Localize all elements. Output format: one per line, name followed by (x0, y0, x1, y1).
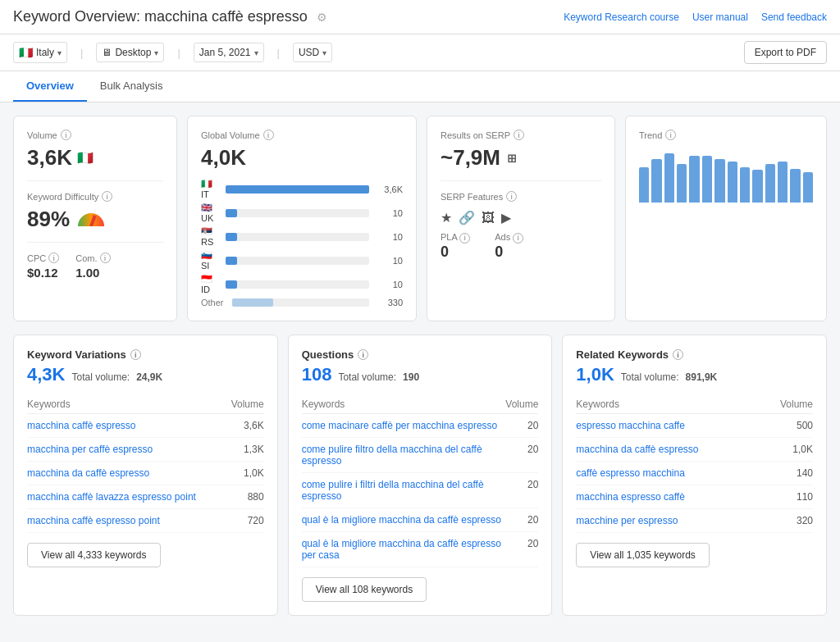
q-count: 108 (302, 364, 332, 385)
gauge-arc (78, 213, 104, 226)
serp-label: Results on SERP i (441, 130, 601, 140)
gv-bar (226, 257, 237, 265)
kv-header: 4,3K Total volume: 24,9K (27, 364, 264, 385)
table-row: qual è la migliore macchina da caffè esp… (302, 532, 539, 567)
trend-info-icon[interactable]: i (665, 130, 676, 140)
cpc-value: $0.12 (27, 266, 59, 280)
q-view-all-button[interactable]: View all 108 keywords (302, 577, 427, 602)
gv-val: 10 (374, 232, 403, 242)
keyword-variations-card: Keyword Variations i 4,3K Total volume: … (13, 335, 278, 616)
trend-bar (664, 153, 674, 203)
toolbar-left: 🇮🇹 Italy ▾ | 🖥 Desktop ▾ | Jan 5, 2021 ▾… (13, 42, 332, 63)
q-col-keywords: Keywords (302, 395, 506, 414)
volume-cell: 320 (763, 509, 813, 533)
cpc-info-icon[interactable]: i (48, 253, 59, 263)
export-button[interactable]: Export to PDF (744, 41, 827, 64)
gv-bar (226, 280, 237, 289)
keyword-link[interactable]: qual è la migliore macchina da caffè esp… (302, 538, 501, 561)
global-volume-card: Global Volume i 4,0K 🇮🇹 IT 3,6K 🇬🇧 UK 10… (187, 116, 417, 321)
volume-card: Volume i 3,6K 🇮🇹 Keyword Difficulty i 89… (13, 116, 177, 321)
cpc-label: CPC i (27, 253, 59, 263)
gv-flag: 🇸🇮 SI (201, 250, 221, 271)
keyword-link[interactable]: caffè espresso macchina (576, 467, 685, 479)
keyword-link[interactable]: come macinare caffè per macchina espress… (302, 420, 498, 431)
play-icon: ▶ (501, 210, 511, 225)
kv-info-icon[interactable]: i (130, 349, 141, 360)
rk-header: 1,0K Total volume: 891,9K (576, 364, 813, 385)
keyword-link[interactable]: qual è la migliore macchina da caffè esp… (302, 514, 501, 526)
tab-overview[interactable]: Overview (13, 71, 87, 102)
trend-bar (752, 170, 762, 203)
gv-bar (226, 209, 237, 217)
currency-selector[interactable]: USD ▾ (293, 43, 332, 62)
volume-cell: 1,0K (226, 462, 264, 485)
volume-cell: 3,6K (226, 414, 264, 438)
separator: | (177, 47, 180, 59)
chevron-down-icon: ▾ (254, 48, 258, 57)
divider (441, 180, 601, 181)
keyword-link[interactable]: espresso macchina caffe (576, 420, 685, 431)
sub-metrics: CPC i $0.12 Com. i 1.00 (27, 253, 163, 280)
title-keyword: macchina caffè espresso (144, 8, 308, 25)
gv-bar (226, 233, 237, 241)
tab-bulk-analysis[interactable]: Bulk Analysis (87, 71, 176, 102)
device-label: Desktop (115, 47, 151, 58)
ads-info-icon[interactable]: i (513, 233, 523, 244)
keyword-link[interactable]: come pulire i filtri della macchina del … (302, 479, 484, 502)
gv-val: 3,6K (374, 184, 403, 194)
table-row: macchina espresso caffè 110 (576, 485, 813, 509)
currency-label: USD (299, 47, 319, 58)
com-info-icon[interactable]: i (100, 253, 111, 263)
gv-row: 🇮🇹 IT 3,6K (201, 179, 403, 199)
date-label: Jan 5, 2021 (199, 47, 251, 58)
gv-flag: 🇮🇹 IT (201, 179, 221, 199)
keyword-link[interactable]: macchina caffè espresso (27, 420, 136, 431)
table-row: macchina da caffè espresso 1,0K (27, 462, 264, 485)
kd-value: 89% (27, 207, 70, 232)
settings-icon[interactable]: ⚙ (317, 11, 327, 24)
kv-col-volume: Volume (226, 395, 264, 414)
keyword-link[interactable]: macchina da caffè espresso (576, 444, 698, 455)
rk-count: 1,0K (576, 364, 614, 385)
device-selector[interactable]: 🖥 Desktop ▾ (96, 43, 164, 62)
keyword-link[interactable]: come pulire filtro della macchina del ca… (302, 444, 482, 467)
trend-bar (728, 162, 737, 203)
grid-icon[interactable]: ⊞ (507, 152, 517, 165)
serp-info-icon[interactable]: i (514, 130, 524, 140)
keyword-link[interactable]: macchina per caffè espresso (27, 444, 153, 455)
rk-view-all-button[interactable]: View all 1,035 keywords (576, 543, 710, 567)
gv-row: 🇬🇧 UK 10 (201, 203, 403, 223)
volume-cell: 20 (505, 508, 538, 532)
gv-info-icon[interactable]: i (263, 130, 274, 140)
chevron-down-icon: ▾ (154, 48, 158, 57)
pla-label: PLA i (441, 232, 470, 244)
volume-info-icon[interactable]: i (61, 130, 71, 140)
gv-bar (226, 185, 369, 194)
gv-bar-container (226, 233, 369, 241)
keyword-link[interactable]: macchina espresso caffè (576, 491, 685, 503)
date-selector[interactable]: Jan 5, 2021 ▾ (194, 43, 264, 62)
volume-cell: 20 (505, 438, 538, 473)
com-label: Com. i (75, 253, 110, 263)
q-info-icon[interactable]: i (358, 349, 368, 360)
table-row: come macinare caffè per macchina espress… (302, 414, 539, 438)
serp-card: Results on SERP i ~7,9M ⊞ SERP Features … (427, 116, 615, 321)
divider (27, 180, 163, 181)
rk-info-icon[interactable]: i (673, 349, 683, 360)
course-link[interactable]: Keyword Research course (564, 11, 679, 23)
pla-info-icon[interactable]: i (459, 233, 470, 244)
country-selector[interactable]: 🇮🇹 Italy ▾ (13, 42, 67, 63)
keyword-link[interactable]: macchina da caffè espresso (27, 467, 149, 479)
manual-link[interactable]: User manual (692, 11, 748, 23)
kv-total-value: 24,9K (136, 371, 162, 383)
volume-cell: 500 (763, 414, 813, 438)
keyword-link[interactable]: macchine per espresso (576, 515, 678, 526)
kv-view-all-button[interactable]: View all 4,333 keywords (27, 543, 161, 567)
kd-info-icon[interactable]: i (102, 191, 112, 202)
volume-cell: 20 (505, 473, 538, 508)
keyword-link[interactable]: macchina caffè lavazza espresso point (27, 491, 196, 503)
feedback-link[interactable]: Send feedback (761, 11, 827, 23)
serp-features-info-icon[interactable]: i (506, 191, 517, 202)
keyword-link[interactable]: macchina caffè espresso point (27, 515, 160, 526)
trend-bar (778, 162, 788, 203)
